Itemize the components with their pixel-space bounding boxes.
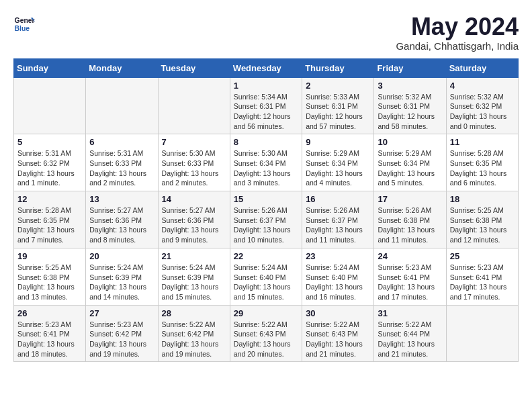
calendar-week-row: 19Sunrise: 5:25 AM Sunset: 6:38 PM Dayli… <box>14 248 519 305</box>
day-info: Sunrise: 5:25 AM Sunset: 6:38 PM Dayligh… <box>17 263 82 302</box>
day-number: 6 <box>89 137 154 147</box>
day-number: 1 <box>234 81 298 91</box>
calendar-cell: 17Sunrise: 5:26 AM Sunset: 6:38 PM Dayli… <box>374 191 446 248</box>
calendar-cell: 10Sunrise: 5:29 AM Sunset: 6:34 PM Dayli… <box>374 134 446 191</box>
calendar-week-row: 12Sunrise: 5:28 AM Sunset: 6:35 PM Dayli… <box>14 191 519 248</box>
day-info: Sunrise: 5:32 AM Sunset: 6:31 PM Dayligh… <box>378 92 442 132</box>
day-info: Sunrise: 5:22 AM Sunset: 6:43 PM Dayligh… <box>234 320 298 359</box>
calendar-cell: 9Sunrise: 5:29 AM Sunset: 6:34 PM Daylig… <box>302 134 374 191</box>
header-row: SundayMondayTuesdayWednesdayThursdayFrid… <box>14 58 519 77</box>
title-block: May 2024 Gandai, Chhattisgarh, India <box>396 13 519 52</box>
calendar-cell: 24Sunrise: 5:23 AM Sunset: 6:41 PM Dayli… <box>374 248 446 305</box>
calendar-cell: 14Sunrise: 5:27 AM Sunset: 6:36 PM Dayli… <box>158 191 230 248</box>
day-number: 14 <box>162 194 226 204</box>
calendar-cell: 7Sunrise: 5:30 AM Sunset: 6:33 PM Daylig… <box>158 134 230 191</box>
day-number: 7 <box>162 137 226 147</box>
day-number: 16 <box>306 194 370 204</box>
day-info: Sunrise: 5:23 AM Sunset: 6:41 PM Dayligh… <box>450 263 515 302</box>
day-number: 17 <box>378 194 442 204</box>
calendar-week-row: 5Sunrise: 5:31 AM Sunset: 6:32 PM Daylig… <box>14 134 519 191</box>
day-info: Sunrise: 5:28 AM Sunset: 6:35 PM Dayligh… <box>450 148 515 188</box>
day-number: 29 <box>234 308 298 318</box>
day-info: Sunrise: 5:24 AM Sunset: 6:40 PM Dayligh… <box>306 263 370 302</box>
day-number: 24 <box>378 251 442 261</box>
day-info: Sunrise: 5:29 AM Sunset: 6:34 PM Dayligh… <box>306 148 370 188</box>
calendar-cell: 21Sunrise: 5:24 AM Sunset: 6:39 PM Dayli… <box>158 248 230 305</box>
day-info: Sunrise: 5:26 AM Sunset: 6:37 PM Dayligh… <box>234 205 298 245</box>
day-info: Sunrise: 5:31 AM Sunset: 6:33 PM Dayligh… <box>89 148 154 188</box>
calendar-cell: 1Sunrise: 5:34 AM Sunset: 6:31 PM Daylig… <box>230 77 302 134</box>
calendar-cell: 29Sunrise: 5:22 AM Sunset: 6:43 PM Dayli… <box>230 305 302 362</box>
day-info: Sunrise: 5:26 AM Sunset: 6:38 PM Dayligh… <box>378 205 442 245</box>
calendar-week-row: 26Sunrise: 5:23 AM Sunset: 6:41 PM Dayli… <box>14 305 519 362</box>
calendar-table: SundayMondayTuesdayWednesdayThursdayFrid… <box>13 58 519 363</box>
calendar-cell: 23Sunrise: 5:24 AM Sunset: 6:40 PM Dayli… <box>302 248 374 305</box>
day-number: 22 <box>234 251 298 261</box>
calendar-cell: 8Sunrise: 5:30 AM Sunset: 6:34 PM Daylig… <box>230 134 302 191</box>
day-info: Sunrise: 5:24 AM Sunset: 6:39 PM Dayligh… <box>162 263 226 302</box>
calendar-cell: 12Sunrise: 5:28 AM Sunset: 6:35 PM Dayli… <box>14 191 86 248</box>
day-number: 27 <box>89 308 154 318</box>
calendar-cell: 22Sunrise: 5:24 AM Sunset: 6:40 PM Dayli… <box>230 248 302 305</box>
day-number: 18 <box>450 194 515 204</box>
day-number: 31 <box>378 308 442 318</box>
day-number: 5 <box>17 137 82 147</box>
day-info: Sunrise: 5:32 AM Sunset: 6:32 PM Dayligh… <box>450 92 515 132</box>
day-info: Sunrise: 5:22 AM Sunset: 6:43 PM Dayligh… <box>306 320 370 359</box>
day-info: Sunrise: 5:29 AM Sunset: 6:34 PM Dayligh… <box>378 148 442 188</box>
calendar-cell: 15Sunrise: 5:26 AM Sunset: 6:37 PM Dayli… <box>230 191 302 248</box>
day-number: 4 <box>450 81 515 91</box>
day-info: Sunrise: 5:27 AM Sunset: 6:36 PM Dayligh… <box>162 205 226 245</box>
day-number: 23 <box>306 251 370 261</box>
header-day: Sunday <box>14 58 86 77</box>
day-number: 15 <box>234 194 298 204</box>
logo: General Blue <box>13 13 35 35</box>
day-number: 26 <box>17 308 82 318</box>
calendar-cell: 3Sunrise: 5:32 AM Sunset: 6:31 PM Daylig… <box>374 77 446 134</box>
day-info: Sunrise: 5:23 AM Sunset: 6:41 PM Dayligh… <box>378 263 442 302</box>
month-title: May 2024 <box>396 13 519 40</box>
day-number: 20 <box>89 251 154 261</box>
calendar-cell: 5Sunrise: 5:31 AM Sunset: 6:32 PM Daylig… <box>14 134 86 191</box>
calendar-cell <box>86 77 158 134</box>
day-info: Sunrise: 5:22 AM Sunset: 6:42 PM Dayligh… <box>162 320 226 359</box>
day-info: Sunrise: 5:30 AM Sunset: 6:33 PM Dayligh… <box>162 148 226 188</box>
header-day: Friday <box>374 58 446 77</box>
header-day: Thursday <box>302 58 374 77</box>
day-info: Sunrise: 5:22 AM Sunset: 6:44 PM Dayligh… <box>378 320 442 359</box>
day-number: 10 <box>378 137 442 147</box>
header-day: Monday <box>86 58 158 77</box>
day-info: Sunrise: 5:26 AM Sunset: 6:37 PM Dayligh… <box>306 205 370 245</box>
calendar-cell <box>14 77 86 134</box>
calendar-cell: 2Sunrise: 5:33 AM Sunset: 6:31 PM Daylig… <box>302 77 374 134</box>
header-day: Saturday <box>446 58 518 77</box>
calendar-cell: 16Sunrise: 5:26 AM Sunset: 6:37 PM Dayli… <box>302 191 374 248</box>
location: Gandai, Chhattisgarh, India <box>396 40 519 52</box>
day-info: Sunrise: 5:30 AM Sunset: 6:34 PM Dayligh… <box>234 148 298 188</box>
day-number: 3 <box>378 81 442 91</box>
header-day: Wednesday <box>230 58 302 77</box>
day-info: Sunrise: 5:27 AM Sunset: 6:36 PM Dayligh… <box>89 205 154 245</box>
day-info: Sunrise: 5:34 AM Sunset: 6:31 PM Dayligh… <box>234 92 298 132</box>
day-number: 21 <box>162 251 226 261</box>
day-info: Sunrise: 5:23 AM Sunset: 6:42 PM Dayligh… <box>89 320 154 359</box>
day-info: Sunrise: 5:28 AM Sunset: 6:35 PM Dayligh… <box>17 205 82 245</box>
calendar-week-row: 1Sunrise: 5:34 AM Sunset: 6:31 PM Daylig… <box>14 77 519 134</box>
day-number: 30 <box>306 308 370 318</box>
calendar-cell: 6Sunrise: 5:31 AM Sunset: 6:33 PM Daylig… <box>86 134 158 191</box>
calendar-cell <box>446 305 518 362</box>
calendar-cell: 27Sunrise: 5:23 AM Sunset: 6:42 PM Dayli… <box>86 305 158 362</box>
calendar-cell <box>158 77 230 134</box>
day-number: 8 <box>234 137 298 147</box>
day-info: Sunrise: 5:24 AM Sunset: 6:39 PM Dayligh… <box>89 263 154 302</box>
calendar-cell: 31Sunrise: 5:22 AM Sunset: 6:44 PM Dayli… <box>374 305 446 362</box>
day-number: 11 <box>450 137 515 147</box>
day-number: 9 <box>306 137 370 147</box>
calendar-cell: 20Sunrise: 5:24 AM Sunset: 6:39 PM Dayli… <box>86 248 158 305</box>
svg-text:Blue: Blue <box>15 25 30 32</box>
calendar-cell: 26Sunrise: 5:23 AM Sunset: 6:41 PM Dayli… <box>14 305 86 362</box>
day-number: 12 <box>17 194 82 204</box>
day-info: Sunrise: 5:23 AM Sunset: 6:41 PM Dayligh… <box>17 320 82 359</box>
day-number: 19 <box>17 251 82 261</box>
day-info: Sunrise: 5:31 AM Sunset: 6:32 PM Dayligh… <box>17 148 82 188</box>
